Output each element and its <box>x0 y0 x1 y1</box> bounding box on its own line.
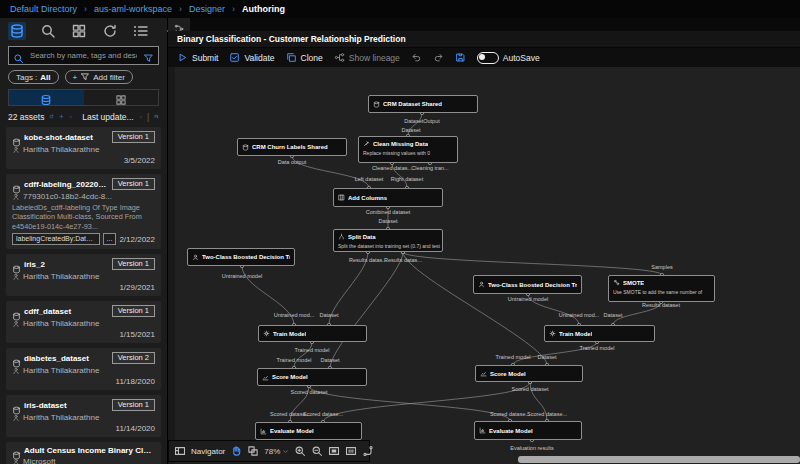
refresh-icon[interactable] <box>101 22 119 40</box>
navigator-icon[interactable] <box>174 445 186 457</box>
search-box[interactable] <box>8 46 159 65</box>
search-icon[interactable] <box>39 22 57 40</box>
zoomout-icon[interactable] <box>311 445 323 457</box>
pipeline-tab[interactable] <box>168 18 190 31</box>
asset-list: kobe-shot-datasetVersion 1Haritha Thilak… <box>0 124 167 464</box>
owner-name: Haritha Thilakarathne <box>23 145 99 154</box>
split-icon <box>338 233 345 240</box>
node-evaluate-model-left[interactable]: Evaluate Model <box>255 422 362 440</box>
undo-button[interactable] <box>411 52 422 63</box>
save-button[interactable] <box>455 52 466 63</box>
autosave-toggle[interactable] <box>477 52 499 64</box>
breadcrumb-item[interactable]: Designer <box>189 4 225 14</box>
asset-card[interactable]: iris-datasetVersion 1Haritha Thilakarath… <box>6 395 161 437</box>
asset-card[interactable]: iris_2Version 1Haritha Thilakarathne1/29… <box>6 254 161 296</box>
chevron-down-icon[interactable] <box>139 113 142 121</box>
owner-name: Haritha Thilakarathne <box>23 413 99 422</box>
node-two-class-boosted-decision-tree-right[interactable]: Two-Class Boosted Decision Tree <box>473 275 582 294</box>
asset-date: 11/14/2020 <box>12 424 155 433</box>
port-label: Left dataset <box>355 176 384 182</box>
breadcrumb-item[interactable]: Authoring <box>242 4 285 14</box>
node-score-model-left[interactable]: Score Model <box>257 368 367 386</box>
sort-dropdown[interactable]: Last update... <box>82 112 134 122</box>
asset-owner: Haritha Thilakarathne <box>12 145 155 154</box>
asset-tag: labelingCreatedBy:Data Labeling <box>12 233 100 245</box>
asset-card[interactable]: cdff_datasetVersion 1Haritha Thilakarath… <box>6 301 161 343</box>
actual-icon[interactable] <box>345 445 357 457</box>
node-crm-dataset-shared[interactable]: CRM Dataset Shared <box>368 95 478 113</box>
clone-button[interactable]: Clone <box>286 52 323 63</box>
asset-name: iris-dataset <box>24 401 109 410</box>
node-crm-churn-labels-shared[interactable]: CRM Churn Labels Shared <box>237 138 347 156</box>
port-label: Dataset <box>538 354 557 360</box>
port-label: DatasetOutput <box>404 118 439 124</box>
evaluate-icon <box>260 428 267 435</box>
asset-card[interactable]: diabetes_datasetVersion 2Haritha Thilaka… <box>6 348 161 390</box>
refresh-icon[interactable] <box>49 111 54 122</box>
horizontal-scrollbar[interactable] <box>518 456 800 463</box>
dataset-icon <box>12 401 21 410</box>
zoom-level-value: 78% <box>264 447 280 456</box>
pipeline-titlebar: Binary Classification - Customer Relatio… <box>168 31 800 48</box>
port-label: Dataset <box>402 127 421 133</box>
node-smote[interactable]: SMOTEUse SMOTE to add the same number of <box>608 275 715 302</box>
port-label: Scored datase... <box>490 411 530 417</box>
port-label: Scored dataset <box>291 389 328 395</box>
fit-icon[interactable] <box>328 445 340 457</box>
add-asset-icon[interactable] <box>59 111 64 122</box>
chevron-down-icon[interactable] <box>69 113 72 121</box>
dataset-icon <box>12 354 21 363</box>
node-two-class-boosted-decision-tree-left[interactable]: Two-Class Boosted Decision Tree <box>187 248 295 266</box>
tags-filter-pill[interactable]: Tags : All <box>8 70 59 84</box>
clean-icon <box>363 140 370 147</box>
asset-date: 2/12/2022 <box>119 235 155 244</box>
person-icon <box>12 273 20 281</box>
show-lineage-button[interactable]: Show lineage <box>334 52 400 63</box>
submit-button[interactable]: Submit <box>177 52 218 63</box>
asset-card[interactable]: kobe-shot-datasetVersion 1Haritha Thilak… <box>6 127 161 169</box>
port-label: Untrained model <box>508 296 548 302</box>
port-label: Right dataset <box>391 176 423 182</box>
asset-card[interactable]: Adult Census Income Binary Classificatio… <box>6 442 161 464</box>
dataset-icon <box>12 133 21 142</box>
pipeline-title: Binary Classification - Customer Relatio… <box>177 34 406 44</box>
route-icon[interactable] <box>362 445 374 457</box>
asset-date: 1/15/2021 <box>12 330 155 339</box>
select-icon[interactable] <box>247 445 259 457</box>
node-score-model-right[interactable]: Score Model <box>475 365 583 382</box>
node-split-data[interactable]: Split DataSplit the dataset into trainin… <box>333 229 443 252</box>
validate-button[interactable]: Validate <box>229 52 274 63</box>
button-label: Validate <box>244 53 274 63</box>
zoomin-icon[interactable] <box>294 445 306 457</box>
dataset-icon <box>373 101 380 108</box>
sort-order-icon[interactable] <box>154 111 159 122</box>
node-train-model-right[interactable]: Train Model <box>544 325 655 342</box>
zoom-level-dropdown[interactable]: 78% <box>264 447 289 456</box>
node-train-model-left[interactable]: Train Model <box>258 325 367 342</box>
sidebar-icon-row <box>0 18 167 43</box>
list-icon[interactable] <box>132 22 150 40</box>
node-evaluate-model-right[interactable]: Evaluate Model <box>474 421 582 440</box>
filter-funnel-icon[interactable] <box>143 50 154 61</box>
node-title-text: Split Data <box>348 234 376 240</box>
breadcrumb-item[interactable]: aus-aml-workspace <box>94 4 172 14</box>
data-icon[interactable] <box>8 22 26 40</box>
more-tags-button[interactable]: ... <box>103 233 117 245</box>
asset-tab-data[interactable] <box>9 90 84 105</box>
search-input[interactable] <box>28 50 139 61</box>
breadcrumb-item[interactable]: Default Directory <box>10 4 77 14</box>
asset-tab-components[interactable] <box>84 90 159 105</box>
port-label: Data output <box>278 159 306 165</box>
person-icon <box>12 414 20 422</box>
redo-button[interactable] <box>433 52 444 63</box>
node-clean-missing-data[interactable]: Clean Missing DataReplace missing values… <box>358 136 458 163</box>
owner-name: Haritha Thilakarathne <box>23 272 99 281</box>
asset-card[interactable]: cdff-labeling_20220211_172944Version 177… <box>6 174 161 249</box>
pipeline-toolbar: SubmitValidateCloneShow lineageAutoSave <box>168 48 800 67</box>
hand-icon[interactable] <box>230 445 242 457</box>
version-badge: Version 1 <box>112 399 155 411</box>
add-filter-pill[interactable]: + Add filter <box>65 70 133 84</box>
components-icon[interactable] <box>70 22 88 40</box>
port-label: Trained model <box>277 357 312 363</box>
node-add-columns[interactable]: Add Columns <box>333 188 443 207</box>
